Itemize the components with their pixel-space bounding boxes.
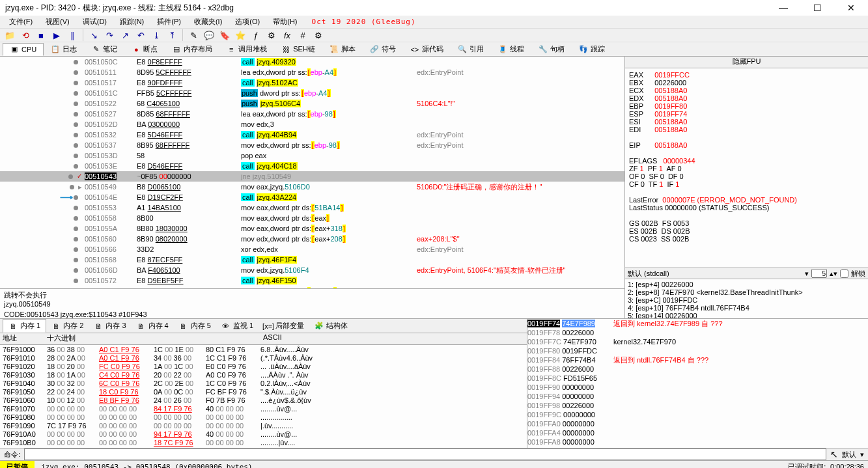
- disasm-row[interactable]: 005105378B95 68FFFFFFmov edx,dword ptr s…: [0, 140, 624, 150]
- default-label[interactable]: 默认: [842, 450, 856, 460]
- stack-pane: 0019FF74 74E7F9890019FF78 002260000019FF…: [527, 319, 868, 448]
- tab-memmap[interactable]: ▤内存布局: [165, 42, 219, 56]
- menu-plugins[interactable]: 插件(P): [152, 16, 186, 28]
- disasm-row[interactable]: 005105588B00mov eax,dword ptr ds:[eax]: [0, 213, 624, 223]
- disasm-row[interactable]: 0051050CE8 0F8EFFFFcall jzyq.409320: [0, 57, 624, 67]
- menu-options[interactable]: 选项(O): [230, 16, 265, 28]
- disasm-row[interactable]: 00510517E8 90FDFFFFcall jzyq.5102AC: [0, 77, 624, 88]
- disasm-row[interactable]: 005105278D85 68FFFFFFlea eax,dword ptr s…: [0, 109, 624, 119]
- command-input[interactable]: [24, 448, 826, 460]
- dump-tab-1[interactable]: 🗎内存 2: [46, 320, 89, 332]
- unlock-checkbox[interactable]: [840, 269, 848, 278]
- disasm-row[interactable]: 0051053EE8 D546EFFFcall jzyq.404C18: [0, 161, 624, 171]
- patches-icon[interactable]: ✎: [186, 29, 201, 42]
- labels-icon[interactable]: 🔖: [217, 29, 232, 42]
- tab-trace[interactable]: 👣跟踪: [572, 42, 612, 56]
- settings-icon[interactable]: ⚙: [311, 29, 326, 42]
- disasm-row[interactable]: 005105608B90 08020000mov edx,dword ptr d…: [0, 234, 624, 244]
- tab-callstack[interactable]: ≡调用堆栈: [219, 42, 274, 56]
- open-icon[interactable]: 📁: [3, 29, 17, 42]
- hide-fpu-button[interactable]: 隐藏FPU: [625, 57, 868, 68]
- disassembly-table[interactable]: ⟶ 0051050CE8 0F8EFFFFcall jzyq.409320005…: [0, 57, 624, 288]
- tab-log[interactable]: 📋日志: [44, 42, 84, 56]
- callconv-label[interactable]: 默认 (stdcall): [628, 269, 669, 279]
- tab-cpu[interactable]: ▣CPU: [3, 43, 44, 56]
- pause-icon[interactable]: ∥: [65, 29, 79, 42]
- dump-body[interactable]: 76F9100036 00 38 00A0 C1 F9 761C 00 1E 0…: [0, 345, 527, 448]
- variables-icon[interactable]: ⚙: [264, 29, 279, 42]
- menu-view[interactable]: 视图(V): [40, 16, 75, 28]
- close-button[interactable]: ✕: [839, 0, 863, 16]
- disasm-row[interactable]: ✓00510543~0F85 00000000jne jzyq.510549: [0, 171, 624, 182]
- dump-tab-4[interactable]: 🗎内存 5: [174, 320, 216, 332]
- disasm-row[interactable]: 0051056DBA F4065100mov edx,jzyq.5106F4ed…: [0, 265, 624, 275]
- hash-icon[interactable]: #: [296, 29, 310, 42]
- disasm-row[interactable]: 0051051CFFB5 5CFFFFFFpush dword ptr ss:[…: [0, 88, 624, 98]
- step-back-icon[interactable]: ↶: [133, 29, 148, 42]
- dump-headers: 地址 十六进制 ASCII: [0, 333, 527, 345]
- disasm-row[interactable]: 00510553A1 14BA5100mov eax,dword ptr ds:…: [0, 202, 624, 213]
- disasm-row[interactable]: 0051052DBA 03000000mov edx,3: [0, 119, 624, 130]
- dump-tab-7[interactable]: 🧩结构体: [309, 320, 353, 332]
- header-ascii[interactable]: ASCII: [263, 333, 527, 344]
- disasm-row[interactable]: 0051053D58pop eax: [0, 150, 624, 161]
- disasm-row[interactable]: 0051054EE8 D19CF2FFcall jzyq.43A224: [0, 192, 624, 202]
- stack-args[interactable]: 1: [esp+4] 00226000 2: [esp+8] 74E7F970 …: [625, 279, 868, 318]
- run-until-icon[interactable]: ⤒: [165, 29, 179, 42]
- tab-source[interactable]: <>源代码: [403, 42, 451, 56]
- step-into-icon[interactable]: ↘: [87, 29, 101, 42]
- comments-icon[interactable]: 💬: [202, 29, 216, 42]
- tab-symbols[interactable]: 🔗符号: [363, 42, 403, 56]
- step-out-icon[interactable]: ↗: [118, 29, 132, 42]
- cursor-icon: ↖: [830, 449, 838, 460]
- bookmarks-icon[interactable]: ⭐: [233, 29, 247, 42]
- tab-notes[interactable]: ✎笔记: [84, 42, 124, 56]
- dump-tab-5[interactable]: 👁监视 1: [216, 320, 259, 332]
- header-hex[interactable]: 十六进制: [47, 333, 263, 344]
- dump-tab-6[interactable]: [x=]局部变量: [259, 320, 309, 332]
- run-to-icon[interactable]: ⤓: [149, 29, 163, 42]
- tab-threads[interactable]: 🧵线程: [491, 42, 531, 56]
- tab-references[interactable]: 🔍引用: [451, 42, 491, 56]
- menu-debug[interactable]: 调试(D): [77, 16, 112, 28]
- stack-addresses[interactable]: 0019FF74 74E7F9890019FF78 002260000019FF…: [527, 319, 611, 448]
- stack-comments[interactable]: 返回到 kernel32.74E7F989 自 ???kernel32.74E7…: [611, 319, 868, 448]
- fx-icon[interactable]: fx: [280, 29, 294, 42]
- callconv-dropdown-icon[interactable]: ▾: [805, 269, 809, 278]
- header-addr[interactable]: 地址: [0, 333, 47, 344]
- dump-tab-3[interactable]: 🗎内存 4: [132, 320, 174, 332]
- disasm-row[interactable]: 005105778D85 50FFFFFFlea eax,dword ptr s…: [0, 286, 624, 288]
- minimize-button[interactable]: —: [772, 0, 795, 16]
- tab-seh[interactable]: ⛓SEH链: [274, 42, 322, 56]
- dump-tab-icon: 🧩: [315, 322, 324, 331]
- spinner-up-down-icon[interactable]: ▴▾: [830, 269, 837, 278]
- default-dropdown-icon[interactable]: ▾: [860, 450, 864, 459]
- menu-trace[interactable]: 跟踪(N): [115, 16, 149, 28]
- disasm-row[interactable]: 00510532E8 5D46EFFFcall jzyq.404B94edx:E…: [0, 130, 624, 140]
- arg-count-spinner[interactable]: [811, 269, 827, 278]
- tab-handles[interactable]: 🔧句柄: [531, 42, 572, 56]
- disasm-row[interactable]: 0051052268 C4065100push jzyq.5106C45106C…: [0, 98, 624, 109]
- step-over-icon[interactable]: ↷: [102, 29, 117, 42]
- tab-script[interactable]: 📜脚本: [322, 42, 363, 56]
- stop-icon[interactable]: ■: [34, 29, 48, 42]
- functions-icon[interactable]: ƒ: [249, 29, 263, 42]
- disasm-row[interactable]: ▸00510549B8 D0065100mov eax,jzyq.5106D05…: [0, 182, 624, 192]
- tab-breakpoints[interactable]: ●断点: [124, 42, 165, 56]
- disasm-row[interactable]: 00510568E8 87ECF5FFcall jzyq.46F1F4: [0, 255, 624, 265]
- menu-file[interactable]: 文件(F): [4, 16, 38, 28]
- dump-tab-0[interactable]: 🗎内存 1: [3, 319, 46, 333]
- registers-body[interactable]: EAX 0019FFCC EBX 00226000 ECX 005188A0 E…: [625, 68, 868, 268]
- disasm-row[interactable]: 0051056633D2xor edx,edxedx:EntryPoint: [0, 244, 624, 255]
- menu-favourites[interactable]: 收藏夹(I): [189, 16, 227, 28]
- disasm-row[interactable]: 00510572E8 D9EBF5FFcall jzyq.46F150: [0, 275, 624, 286]
- menu-help[interactable]: 帮助(H): [268, 16, 302, 28]
- toolbar: 📁 ⟲ ■ ▶ ∥ ↘ ↷ ↗ ↶ ⤓ ⤒ ✎ 💬 🔖 ⭐ ƒ ⚙ fx # ⚙: [0, 28, 868, 42]
- restart-icon[interactable]: ⟲: [18, 29, 33, 42]
- dump-tab-2[interactable]: 🗎内存 3: [89, 320, 131, 332]
- disasm-row[interactable]: 005105118D95 5CFFFFFFlea edx,dword ptr s…: [0, 67, 624, 77]
- maximize-button[interactable]: ☐: [805, 0, 829, 16]
- run-icon[interactable]: ▶: [49, 29, 64, 42]
- disasm-row[interactable]: 0051055A8B80 18030000mov eax,dword ptr d…: [0, 223, 624, 234]
- dump-tab-icon: 🗎: [51, 322, 61, 331]
